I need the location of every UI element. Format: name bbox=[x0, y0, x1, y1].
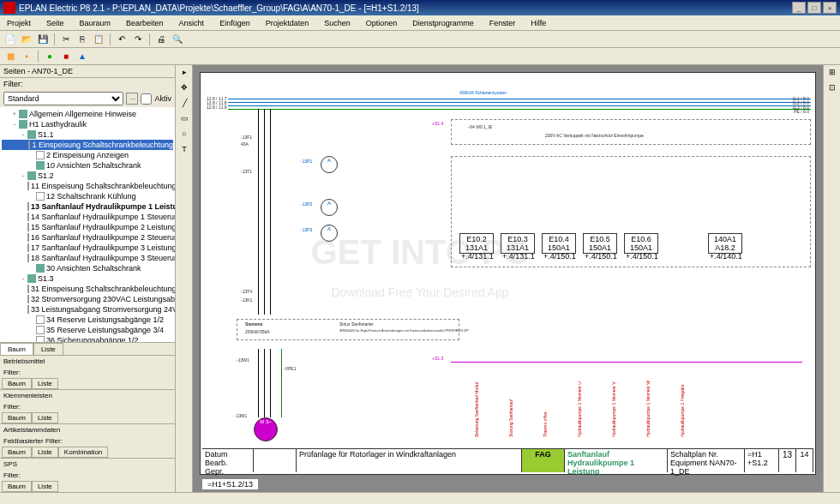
tb-zoom-icon[interactable]: 🔍 bbox=[171, 33, 184, 46]
filter-select[interactable]: Standard bbox=[3, 92, 123, 105]
tb-tri-icon[interactable]: ▲ bbox=[75, 50, 89, 63]
tab-baum[interactable]: Baum bbox=[0, 343, 33, 355]
tree-item[interactable]: -S1.2 bbox=[2, 171, 173, 181]
device-box: E10.4150A1+.4/150.1 bbox=[542, 233, 576, 254]
tree-item[interactable]: 33 Leistungsabgang Stromversorgung 24VDC… bbox=[2, 304, 173, 315]
menu-suchen[interactable]: Suchen bbox=[321, 17, 354, 29]
maximize-button[interactable]: □ bbox=[807, 2, 821, 14]
bp-tab[interactable]: Baum bbox=[2, 481, 32, 492]
tree-item[interactable]: 36 Sicherungsabgänge 1/2 bbox=[2, 335, 173, 342]
tree-item[interactable]: +Allgemein Allgemeine Hinweise bbox=[2, 109, 173, 119]
vtb-line-icon[interactable]: ╱ bbox=[177, 98, 191, 111]
tree-item[interactable]: 34 Reserve Leistungsabgänge 1/2 bbox=[2, 315, 173, 325]
tb-print-icon[interactable]: 🖨 bbox=[154, 33, 168, 46]
bp-tab[interactable]: Liste bbox=[32, 447, 58, 458]
minimize-button[interactable]: _ bbox=[792, 2, 806, 14]
bottom-panels: BetriebsmittelFilter:BaumListeKlemmenlei… bbox=[0, 355, 175, 492]
tree-item[interactable]: 10 Ansichten Schaltschrank bbox=[2, 160, 173, 171]
menu-seite[interactable]: Seite bbox=[43, 17, 68, 29]
bottom-panel: KlemmenleistenFilter:BaumListe bbox=[0, 389, 175, 423]
comp-13p1: A bbox=[321, 156, 338, 173]
menu-bauraum[interactable]: Bauraum bbox=[76, 17, 115, 29]
menu-einfügen[interactable]: Einfügen bbox=[216, 17, 254, 29]
window-controls: _ □ × bbox=[792, 2, 837, 14]
tree-item[interactable]: 13 Sanftanlauf Hydraulikpumpe 1 Leistung bbox=[2, 201, 173, 212]
tb-snap-icon[interactable]: ▪ bbox=[20, 50, 33, 63]
tree-item[interactable]: 31 Einspeisung Schaltschrankbeleuchtung … bbox=[2, 284, 173, 294]
ref-r4: PE / 8.0 bbox=[794, 109, 809, 114]
menu-projektdaten[interactable]: Projektdaten bbox=[262, 17, 313, 29]
tb-open-icon[interactable]: 📂 bbox=[20, 33, 33, 46]
bp-tab[interactable]: Liste bbox=[32, 378, 58, 389]
window-title: EPLAN Electric P8 2.1 - P:\EPLAN_DATA\Pr… bbox=[19, 3, 792, 13]
tb-circle-icon[interactable]: ● bbox=[43, 50, 57, 63]
bp-tab[interactable]: Liste bbox=[32, 412, 58, 423]
menu-hilfe[interactable]: Hilfe bbox=[527, 17, 549, 29]
bp-tab[interactable]: Liste bbox=[32, 481, 58, 492]
menu-optionen[interactable]: Optionen bbox=[363, 17, 401, 29]
tree-item[interactable]: 30 Ansichten Schaltschrank bbox=[2, 263, 173, 273]
comp-xpe1: -XPE1 bbox=[284, 366, 296, 371]
tree-item[interactable]: 11 Einspeisung Schaltschrankbeleuchtung … bbox=[2, 181, 173, 191]
tb-redo-icon[interactable]: ↷ bbox=[131, 33, 145, 46]
status-bar bbox=[0, 492, 840, 504]
tree-item[interactable]: 17 Sanftanlauf Hydraulikpumpe 3 Leistung bbox=[2, 243, 173, 253]
close-button[interactable]: × bbox=[823, 2, 837, 14]
tb-square-icon[interactable]: ■ bbox=[59, 50, 73, 63]
motor-symbol: M 3~ bbox=[254, 417, 278, 441]
filter-controls: Standard … Aktiv bbox=[0, 90, 175, 107]
toolbar-2: ▦ ▪ ● ■ ▲ bbox=[0, 48, 840, 65]
tb-undo-icon[interactable]: ↶ bbox=[115, 33, 129, 46]
tree-item[interactable]: 2 Einspeisung Anzeigen bbox=[2, 150, 173, 160]
vtb-rect-icon[interactable]: ▭ bbox=[177, 113, 191, 127]
bus-label: 400kVA Schienensystem bbox=[459, 90, 507, 95]
comp-13p2: A bbox=[321, 199, 338, 216]
tree-item[interactable]: 1 Einspeisung Schaltschrankbeleuchtung bbox=[2, 140, 173, 150]
tree-item[interactable]: 12 Schaltschrank Kühlung bbox=[2, 191, 173, 201]
page-number: 13 bbox=[779, 449, 796, 472]
vertical-toolbar-left: ▸ ✥ ╱ ▭ ○ T bbox=[176, 65, 193, 492]
signal-label: Hydraulikpumpe 1 Freigabe bbox=[680, 385, 685, 437]
comp-13w1: -13W1 bbox=[237, 357, 249, 363]
tree-item[interactable]: -S1.3 bbox=[2, 273, 173, 284]
vtb-r1-icon[interactable]: ⊞ bbox=[825, 67, 839, 81]
vtb-move-icon[interactable]: ✥ bbox=[177, 82, 191, 96]
filter-active-checkbox[interactable] bbox=[141, 93, 152, 105]
tb-new-icon[interactable]: 📄 bbox=[3, 33, 17, 46]
menu-bearbeiten[interactable]: Bearbeiten bbox=[123, 17, 167, 29]
tb-cut-icon[interactable]: ✂ bbox=[59, 33, 73, 46]
menu-projekt[interactable]: Projekt bbox=[3, 17, 34, 29]
vtb-circle-icon[interactable]: ○ bbox=[177, 129, 191, 142]
bp-tab[interactable]: Baum bbox=[2, 447, 32, 458]
tree-item[interactable]: 35 Reserve Leistungsabgänge 3/4 bbox=[2, 325, 173, 335]
filter-config-button[interactable]: … bbox=[126, 93, 138, 105]
tree-item[interactable]: 14 Sanftanlauf Hydraulikpumpe 1 Steuerun… bbox=[2, 212, 173, 222]
vtb-text-icon[interactable]: T bbox=[177, 144, 191, 158]
signal-s14: +S1.4 bbox=[432, 121, 443, 126]
bp-tab[interactable]: Baum bbox=[2, 412, 32, 423]
menu-fenster[interactable]: Fenster bbox=[486, 17, 519, 29]
tb-copy-icon[interactable]: ⎘ bbox=[75, 33, 89, 46]
tb-grid-icon[interactable]: ▦ bbox=[3, 50, 17, 63]
tree-item[interactable]: 16 Sanftanlauf Hydraulikpumpe 2 Steuerun… bbox=[2, 232, 173, 243]
page-tree[interactable]: +Allgemein Allgemeine Hinweise-H1 Lasthy… bbox=[0, 107, 175, 342]
menu-ansicht[interactable]: Ansicht bbox=[176, 17, 208, 29]
tab-liste[interactable]: Liste bbox=[33, 343, 63, 355]
tree-item[interactable]: 15 Sanftanlauf Hydraulikpumpe 2 Leistung bbox=[2, 222, 173, 232]
drawing-canvas[interactable]: 400kVA Schienensystem 12.8 / 11.7 12.8 /… bbox=[193, 65, 823, 492]
sirius-desc: 3RW4446 für High-Feature Anwendungen mit… bbox=[339, 328, 469, 333]
bp-tab[interactable]: Baum bbox=[2, 378, 32, 389]
tree-item[interactable]: -H1 Lasthydraulik bbox=[2, 119, 173, 129]
page-tab[interactable]: =H1+S1.2/13 bbox=[201, 478, 259, 490]
tree-item[interactable]: 18 Sanftanlauf Hydraulikpumpe 3 Steuerun… bbox=[2, 253, 173, 263]
signal-label: Belastung Sanftanlauf Modul bbox=[474, 382, 479, 437]
bp-tab[interactable]: Kombination bbox=[58, 447, 108, 458]
tb-paste-icon[interactable]: 📋 bbox=[92, 33, 105, 46]
bottom-panel: SPSFilter:BaumListe bbox=[0, 458, 175, 492]
tree-item[interactable]: 32 Stromversorgung 230VAC Leistungsabgan… bbox=[2, 294, 173, 304]
menu-dienstprogramme[interactable]: Dienstprogramme bbox=[409, 17, 477, 29]
vtb-r2-icon[interactable]: ⊡ bbox=[825, 82, 839, 96]
tree-item[interactable]: -S1.1 bbox=[2, 129, 173, 140]
tb-save-icon[interactable]: 💾 bbox=[36, 33, 50, 46]
vtb-select-icon[interactable]: ▸ bbox=[177, 67, 191, 81]
